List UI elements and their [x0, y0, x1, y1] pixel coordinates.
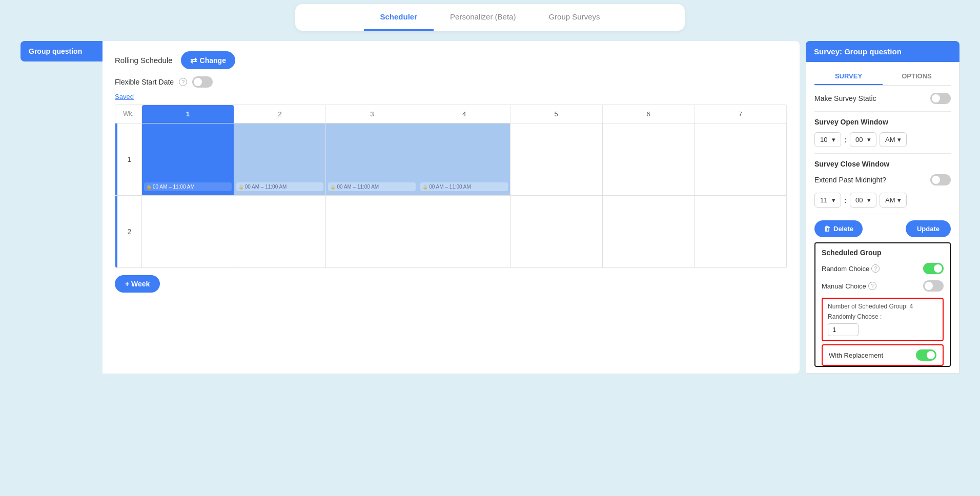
week1-col6[interactable] [603, 123, 695, 195]
week2-col1[interactable] [142, 196, 234, 267]
make-survey-static-slider [930, 93, 951, 104]
survey-open-window-title: Survey Open Window [814, 118, 951, 126]
week-2-num: 2 [115, 196, 142, 267]
arrows-icon: ⇄ [190, 55, 197, 65]
divider-2 [814, 153, 951, 154]
make-survey-static-toggle[interactable] [930, 93, 951, 104]
random-choice-label: Random Choice ? [822, 264, 880, 273]
main-layout: Group question Rolling Schedule ⇄ Change… [10, 41, 970, 374]
random-choose-box: Number of Scheduled Group: 4 Randomly Ch… [822, 298, 944, 341]
right-panel: Survey: Group question SURVEY OPTIONS Ma… [806, 41, 959, 374]
manual-choice-help-icon[interactable]: ? [868, 282, 876, 290]
chevron-down-icon-5: ▾ [867, 196, 871, 204]
chevron-down-icon-3: ▾ [897, 136, 901, 143]
update-button[interactable]: Update [906, 220, 951, 237]
extend-past-midnight-toggle[interactable] [930, 174, 951, 185]
week1-col5[interactable] [511, 123, 603, 195]
randomly-choose-input[interactable] [828, 323, 859, 336]
manual-choice-slider [923, 280, 944, 292]
week2-col4[interactable] [418, 196, 511, 267]
week1-col2[interactable]: 🔒00 AM – 11:00 AM [234, 123, 326, 195]
chevron-down-icon: ▾ [832, 136, 835, 143]
close-ampm-select[interactable]: AM ▾ [880, 193, 907, 208]
flexible-start-slider [192, 76, 213, 88]
tabs-card: Scheduler Personalizer (Beta) Group Surv… [295, 4, 685, 31]
rolling-schedule-label: Rolling Schedule [115, 56, 173, 65]
flexible-start-row: Flexible Start Date ? [115, 76, 787, 88]
tab-survey[interactable]: SURVEY [814, 68, 883, 85]
random-choice-row: Random Choice ? [822, 260, 944, 277]
week2-col2[interactable] [234, 196, 326, 267]
col-header-1: 1 [142, 105, 234, 123]
random-choice-help-icon[interactable]: ? [871, 264, 880, 273]
event-w1-c1: 🔒00 AM – 11:00 AM [144, 182, 232, 191]
week2-col5[interactable] [511, 196, 603, 267]
manual-choice-label: Manual Choice ? [822, 282, 876, 290]
week-1-row: 1 🔒00 AM – 11:00 AM 🔒00 AM – 11:00 AM [115, 123, 787, 195]
col-header-2: 2 [234, 105, 326, 123]
flexible-help-icon[interactable]: ? [179, 78, 187, 86]
col-header-3: 3 [326, 105, 418, 123]
week2-col7[interactable] [695, 196, 787, 267]
lock-icon-w1c2: 🔒 [238, 184, 244, 190]
panel-body: SURVEY OPTIONS Make Survey Static Survey… [806, 62, 959, 374]
calendar-grid: Wk. 1 2 3 4 5 6 7 1 🔒00 AM – 11:00 AM [115, 105, 787, 268]
week1-col3[interactable]: 🔒00 AM – 11:00 AM [326, 123, 418, 195]
open-min-select[interactable]: 00 ▾ [850, 132, 876, 147]
event-w1-c2: 🔒00 AM – 11:00 AM [236, 182, 324, 191]
sidebar-item-group-question[interactable]: Group question [21, 41, 103, 61]
tab-personalizer[interactable]: Personalizer (Beta) [434, 4, 532, 31]
chevron-down-icon-2: ▾ [867, 136, 871, 143]
week1-col4[interactable]: 🔒00 AM – 11:00 AM [418, 123, 511, 195]
tab-group-surveys[interactable]: Group Surveys [532, 4, 616, 31]
add-week-button[interactable]: + Week [115, 275, 160, 293]
lock-icon-w1c1: 🔒 [146, 184, 152, 190]
flexible-start-toggle[interactable] [192, 76, 213, 88]
scheduled-group-box: Scheduled Group Random Choice ? [814, 242, 951, 367]
manual-choice-row: Manual Choice ? [822, 277, 944, 295]
extend-past-midnight-label: Extend Past Midnight? [814, 176, 886, 184]
saved-label[interactable]: Saved [115, 93, 787, 100]
open-hour-select[interactable]: 10 ▾ [814, 132, 841, 147]
week-2-row: 2 [115, 195, 787, 267]
random-choice-toggle[interactable] [923, 263, 944, 274]
close-hour-select[interactable]: 11 ▾ [814, 193, 841, 208]
tab-options[interactable]: OPTIONS [883, 68, 951, 85]
open-ampm-select[interactable]: AM ▾ [880, 132, 907, 147]
delete-button[interactable]: 🗑 Delete [814, 220, 863, 237]
panel-tabs: SURVEY OPTIONS [814, 68, 951, 86]
open-window-time-row: 10 ▾ : 00 ▾ AM ▾ [814, 132, 951, 147]
week2-col3[interactable] [326, 196, 418, 267]
scheduled-group-title: Scheduled Group [815, 243, 950, 260]
schedule-header: Rolling Schedule ⇄ Change [115, 51, 787, 69]
week1-col1[interactable]: 🔒00 AM – 11:00 AM [142, 123, 234, 195]
event-w1-c3: 🔒00 AM – 11:00 AM [328, 182, 416, 191]
extend-past-midnight-row: Extend Past Midnight? [814, 174, 951, 185]
chevron-down-icon-6: ▾ [897, 196, 901, 204]
col-header-5: 5 [511, 105, 603, 123]
col-header-7: 7 [695, 105, 787, 123]
panel-header: Survey: Group question [806, 41, 959, 62]
event-w1-c4: 🔒00 AM – 11:00 AM [420, 182, 508, 191]
flexible-start-label: Flexible Start Date [115, 78, 174, 86]
time-colon-1: : [844, 135, 847, 144]
lock-icon-w1c3: 🔒 [330, 184, 336, 190]
change-button[interactable]: ⇄ Change [181, 51, 235, 69]
week2-col6[interactable] [603, 196, 695, 267]
tab-scheduler[interactable]: Scheduler [364, 4, 434, 31]
survey-close-window-title: Survey Close Window [814, 160, 951, 168]
close-min-select[interactable]: 00 ▾ [850, 193, 876, 208]
with-replacement-toggle[interactable] [916, 349, 936, 361]
lock-icon-w1c4: 🔒 [422, 184, 428, 190]
with-replacement-label: With Replacement [829, 352, 883, 359]
random-choice-slider [923, 263, 944, 274]
col-header-4: 4 [418, 105, 511, 123]
calendar-header-row: Wk. 1 2 3 4 5 6 7 [115, 105, 787, 123]
extend-past-midnight-slider [930, 174, 951, 185]
manual-choice-toggle[interactable] [923, 280, 944, 292]
center-content: Rolling Schedule ⇄ Change Flexible Start… [103, 41, 800, 374]
week1-col7[interactable] [695, 123, 787, 195]
week-1-num: 1 [115, 123, 142, 195]
make-survey-static-label: Make Survey Static [814, 94, 876, 102]
with-replacement-slider [916, 349, 936, 361]
